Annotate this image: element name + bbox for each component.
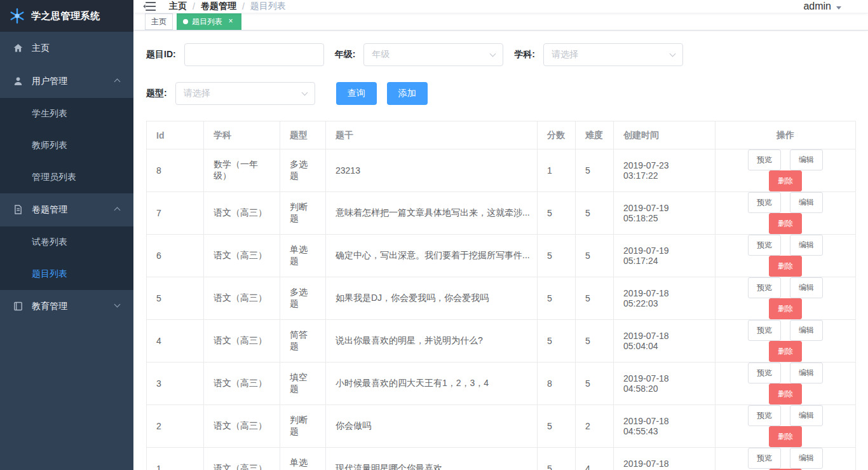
hamburger-icon[interactable] — [133, 0, 165, 13]
edit-button[interactable]: 编辑 — [790, 277, 823, 298]
chevron-down-icon — [114, 301, 121, 308]
delete-button[interactable]: 删除 — [769, 170, 802, 191]
cell-id: 1 — [147, 448, 204, 470]
cell-difficulty: 5 — [576, 235, 614, 277]
delete-button[interactable]: 删除 — [769, 426, 802, 447]
top-navbar: 主页 / 卷题管理 / 题目列表 admin — [133, 0, 868, 13]
breadcrumb-home[interactable]: 主页 — [169, 1, 187, 12]
edit-button[interactable]: 编辑 — [790, 149, 823, 170]
delete-button[interactable]: 删除 — [769, 213, 802, 234]
col-header-stem: 题干 — [326, 121, 538, 149]
sidebar-item-label: 卷题管理 — [32, 204, 67, 216]
delete-button[interactable]: 删除 — [769, 256, 802, 277]
main-area: 主页 / 卷题管理 / 题目列表 admin 主页 题目列表 × — [133, 0, 868, 470]
preview-button[interactable]: 预览 — [748, 149, 781, 170]
cell-score: 1 — [538, 149, 576, 192]
cell-stem: 如果我是DJ，你会爱我吗，你会爱我吗 — [326, 277, 538, 320]
tag-label: 主页 — [151, 17, 166, 27]
cell-subject: 数学（一年级） — [204, 149, 280, 192]
tag-question-list[interactable]: 题目列表 × — [177, 13, 241, 30]
sidebar-item-user-management[interactable]: 用户管理 — [0, 65, 133, 98]
search-button[interactable]: 查询 — [336, 82, 377, 105]
sidebar-item-paper-list[interactable]: 试卷列表 — [0, 226, 133, 258]
cell-created: 2019-07-18 05:04:04 — [614, 320, 715, 363]
cell-subject: 语文（高三） — [204, 277, 280, 320]
preview-button[interactable]: 预览 — [748, 320, 781, 341]
cell-created: 2019-07-18 04:55:43 — [614, 405, 715, 448]
edit-button[interactable]: 编辑 — [790, 320, 823, 341]
preview-button[interactable]: 预览 — [748, 235, 781, 256]
table-row: 4 语文（高三） 简答题 说出你最喜欢的明星，并说明为什么? 5 5 2019-… — [147, 320, 856, 363]
col-header-score: 分数 — [538, 121, 576, 149]
edit-button[interactable]: 编辑 — [790, 235, 823, 256]
sidebar-item-home[interactable]: 主页 — [0, 32, 133, 65]
cell-difficulty: 5 — [576, 363, 614, 405]
table-row: 2 语文（高三） 判断题 你会做吗 5 2 2019-07-18 04:55:4… — [147, 405, 856, 448]
cell-id: 7 — [147, 192, 204, 235]
table-row: 7 语文（高三） 判断题 意味着怎样把一篇文章具体地写出来，这就牵涉... 5 … — [147, 192, 856, 235]
user-dropdown[interactable]: admin — [803, 1, 841, 12]
cell-type: 多选题 — [280, 277, 326, 320]
cell-type: 判断题 — [280, 405, 326, 448]
sidebar-item-paper-management[interactable]: 卷题管理 — [0, 193, 133, 226]
subject-select[interactable]: 请选择 — [543, 43, 683, 66]
tag-label: 题目列表 — [192, 17, 222, 27]
delete-button[interactable]: 删除 — [769, 341, 802, 362]
cell-score: 5 — [538, 192, 576, 235]
edit-button[interactable]: 编辑 — [790, 448, 823, 469]
col-header-created: 创建时间 — [614, 121, 715, 149]
cell-subject: 语文（高三） — [204, 192, 280, 235]
delete-button[interactable]: 删除 — [769, 298, 802, 319]
edit-button[interactable]: 编辑 — [790, 405, 823, 426]
add-button[interactable]: 添加 — [387, 82, 428, 105]
user-icon — [13, 76, 24, 87]
cell-score: 5 — [538, 320, 576, 363]
edit-button[interactable]: 编辑 — [790, 192, 823, 213]
sidebar-item-education-management[interactable]: 教育管理 — [0, 290, 133, 323]
type-select-value: 请选择 — [184, 88, 210, 99]
app-title: 学之思管理系统 — [31, 10, 100, 22]
breadcrumb-paper-management[interactable]: 卷题管理 — [201, 1, 236, 12]
grade-select[interactable]: 年级 — [363, 43, 503, 66]
preview-button[interactable]: 预览 — [748, 363, 781, 384]
breadcrumb: 主页 / 卷题管理 / 题目列表 — [169, 1, 286, 12]
chevron-down-icon — [301, 90, 308, 96]
col-header-subject: 学科 — [204, 121, 280, 149]
submenu-user-management: 学生列表 教师列表 管理员列表 — [0, 98, 133, 193]
cell-type: 多选题 — [280, 149, 326, 192]
preview-button[interactable]: 预览 — [748, 448, 781, 469]
close-icon[interactable]: × — [226, 17, 235, 26]
question-id-input[interactable] — [184, 43, 324, 66]
col-header-id: Id — [147, 121, 204, 149]
table-body: 8 数学（一年级） 多选题 23213 1 5 2019-07-23 03:17… — [147, 149, 856, 470]
table-row: 8 数学（一年级） 多选题 23213 1 5 2019-07-23 03:17… — [147, 149, 856, 192]
preview-button[interactable]: 预览 — [748, 192, 781, 213]
tag-home[interactable]: 主页 — [145, 13, 173, 30]
delete-button[interactable]: 删除 — [769, 384, 802, 404]
cell-actions: 预览 编辑 删除 — [715, 320, 856, 363]
cell-score: 5 — [538, 448, 576, 470]
cell-stem: 现代流量明星哪个你最喜欢 — [326, 448, 538, 470]
cell-created: 2019-07-18 05:22:03 — [614, 277, 715, 320]
cell-id: 6 — [147, 235, 204, 277]
sidebar-item-question-list[interactable]: 题目列表 — [0, 258, 133, 290]
cell-stem: 说出你最喜欢的明星，并说明为什么? — [326, 320, 538, 363]
cell-type: 填空题 — [280, 363, 326, 405]
preview-button[interactable]: 预览 — [748, 405, 781, 426]
col-header-type: 题型 — [280, 121, 326, 149]
type-select[interactable]: 请选择 — [175, 82, 315, 105]
chevron-down-icon — [490, 51, 496, 57]
sidebar-item-label: 用户管理 — [32, 76, 67, 87]
sidebar-item-student-list[interactable]: 学生列表 — [0, 98, 133, 130]
cell-created: 2019-07-19 05:17:24 — [614, 235, 715, 277]
cell-score: 5 — [538, 277, 576, 320]
preview-button[interactable]: 预览 — [748, 277, 781, 298]
sidebar-item-teacher-list[interactable]: 教师列表 — [0, 130, 133, 162]
cell-score: 5 — [538, 235, 576, 277]
app-root: 学之思管理系统 主页 用户管理 学生列表 教师列表 管理员列表 — [0, 0, 868, 470]
cell-id: 5 — [147, 277, 204, 320]
sidebar-item-admin-list[interactable]: 管理员列表 — [0, 162, 133, 193]
edit-button[interactable]: 编辑 — [790, 363, 823, 384]
col-header-difficulty: 难度 — [576, 121, 614, 149]
sidebar-item-label: 教育管理 — [32, 301, 67, 312]
